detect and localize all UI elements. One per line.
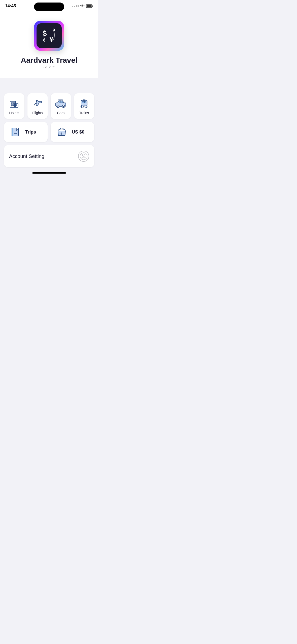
svg-rect-25: [84, 101, 86, 103]
svg-rect-7: [11, 102, 12, 104]
wide-grid: Trips $ US $0: [4, 122, 94, 142]
svg-rect-8: [13, 102, 14, 104]
trains-card[interactable]: Trains: [74, 93, 94, 119]
top-section: $ ¥ Aardvark Travel v1.0.7: [0, 11, 98, 78]
svg-point-29: [85, 106, 87, 108]
account-avatar-icon: [78, 151, 89, 162]
svg-rect-32: [12, 128, 13, 136]
svg-rect-11: [16, 104, 17, 106]
battery-icon: [86, 4, 93, 8]
trips-icon: [9, 127, 21, 137]
hotels-card[interactable]: Hotels: [4, 93, 24, 119]
hotels-icon: [8, 98, 20, 108]
app-icon-inner: $ ¥: [37, 23, 62, 48]
svg-point-19: [63, 106, 64, 107]
wifi-icon: [80, 4, 85, 8]
trips-label: Trips: [25, 130, 36, 135]
svg-rect-30: [83, 99, 85, 101]
status-icons: [72, 4, 93, 8]
wallet-label: US $0: [72, 130, 84, 135]
app-icon: $ ¥: [34, 21, 64, 51]
trains-icon: [78, 98, 90, 108]
status-bar: 14:45: [0, 0, 98, 11]
cars-icon: [55, 98, 67, 108]
account-label: Account Setting: [9, 153, 44, 159]
svg-point-28: [81, 106, 83, 108]
svg-point-37: [82, 154, 85, 156]
flights-card[interactable]: Flights: [27, 93, 48, 119]
dynamic-island: [34, 3, 64, 11]
signal-icon: [72, 5, 79, 7]
account-setting-card[interactable]: Account Setting: [4, 145, 94, 167]
svg-text:¥: ¥: [49, 36, 53, 43]
cars-label: Cars: [57, 111, 64, 115]
trains-label: Trains: [79, 111, 89, 115]
hotels-label: Hotels: [9, 111, 19, 115]
flights-icon: [31, 98, 44, 108]
cars-card[interactable]: Cars: [51, 93, 71, 119]
status-time: 14:45: [5, 4, 16, 9]
svg-rect-14: [59, 101, 60, 103]
svg-rect-24: [82, 101, 84, 103]
trips-card[interactable]: Trips: [4, 122, 48, 142]
app-title: Aardvark Travel: [21, 56, 77, 65]
wallet-icon: $: [56, 127, 68, 137]
svg-rect-2: [92, 6, 93, 7]
currency-exchange-icon: $ ¥: [40, 26, 58, 46]
svg-point-18: [57, 106, 58, 107]
home-indicator: [4, 167, 94, 176]
bottom-section: Hotels Flights: [0, 78, 98, 181]
svg-rect-1: [87, 5, 92, 7]
svg-text:$: $: [60, 132, 62, 135]
app-version: v1.0.7: [44, 66, 55, 71]
svg-rect-15: [61, 101, 62, 103]
flights-label: Flights: [32, 111, 43, 115]
wallet-card[interactable]: $ US $0: [51, 122, 94, 142]
home-bar: [32, 172, 66, 174]
service-grid: Hotels Flights: [4, 93, 94, 119]
